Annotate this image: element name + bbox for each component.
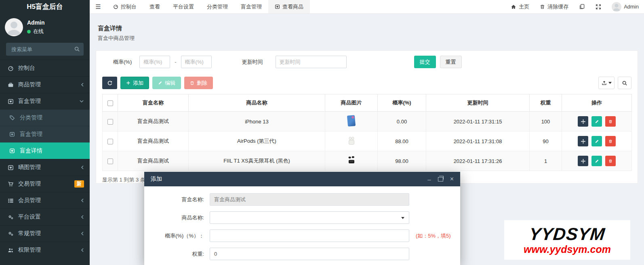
probability-min-input[interactable] — [139, 56, 170, 68]
box-heart-icon — [8, 148, 17, 154]
sidebar-subitem-blindbox[interactable]: 盲盒管理 — [0, 126, 90, 142]
nav-tab-dashboard[interactable]: 控制台 — [107, 0, 143, 13]
row-checkbox[interactable] — [107, 139, 113, 144]
nav-tab-label: 查看 — [149, 3, 160, 10]
weight-cell: 100 — [530, 112, 562, 131]
gauge-icon — [113, 4, 118, 9]
product-name-cell: FIIL T1 XS真无限耳机 (黑色) — [189, 151, 325, 171]
minimize-icon[interactable]: – — [427, 176, 431, 182]
column-header: 更新时间 — [426, 94, 530, 112]
edit-row-button[interactable] — [591, 136, 602, 146]
search-icon[interactable] — [74, 46, 80, 52]
delete-button[interactable]: 删除 — [184, 77, 213, 89]
move-row-button[interactable] — [578, 136, 588, 146]
nav-tab-view-goods[interactable]: 查看商品 — [268, 0, 310, 13]
sidebar-item-label: 盲盒详情 — [20, 147, 42, 154]
update-time-cell: 2022-01-11 17:31:26 — [426, 151, 530, 171]
fullscreen-button[interactable] — [590, 0, 606, 13]
caret-down-icon — [608, 82, 612, 84]
product-select[interactable] — [210, 211, 409, 224]
weight-field[interactable] — [210, 248, 409, 260]
search-icon — [622, 80, 627, 86]
update-time-input[interactable] — [276, 56, 347, 68]
nav-tab-view[interactable]: 查看 — [143, 0, 166, 13]
dialog-header[interactable]: 添加 – × — [144, 172, 460, 186]
probability-max-input[interactable] — [181, 56, 212, 68]
sidebar-subitem-category[interactable]: 分类管理 — [0, 109, 90, 126]
product-name-cell: iPhone 13 — [189, 112, 325, 131]
sidebar-item-label: 常规管理 — [18, 230, 41, 237]
user-avatar — [5, 18, 23, 36]
sidebar-item-platform-settings[interactable]: 平台设置 — [0, 209, 90, 225]
box-heart-icon — [6, 165, 15, 171]
docs-button[interactable] — [574, 0, 590, 13]
menu-search-input[interactable] — [6, 43, 84, 56]
column-header: 概率(%) — [378, 94, 426, 112]
navbar-avatar — [612, 2, 621, 12]
navbar-user[interactable]: Admin — [606, 0, 644, 13]
row-checkbox[interactable] — [107, 119, 113, 125]
add-dialog: 添加 – × 盲盒名称: 商品名称: 概率(%)（%）： (如：5%，填5 — [144, 172, 460, 265]
reset-button[interactable]: 重置 — [440, 56, 462, 68]
refresh-button[interactable] — [102, 77, 117, 89]
sidebar-subitem-blindbox-detail[interactable]: 盲盒详情 — [0, 142, 90, 159]
move-row-button[interactable] — [578, 116, 588, 127]
box-name-cell: 盲盒商品测试 — [118, 151, 189, 171]
nav-tab-label: 平台设置 — [173, 3, 194, 10]
sidebar-item-blindbox[interactable]: 盲盒管理 — [0, 93, 90, 109]
box-name-cell: 盲盒商品测试 — [118, 131, 189, 151]
user-name: Admin — [27, 19, 45, 26]
iphone-13-thumbnail[interactable] — [347, 115, 355, 126]
move-row-button[interactable] — [578, 156, 588, 166]
edit-row-button[interactable] — [591, 156, 602, 166]
submit-button[interactable]: 提交 — [414, 56, 436, 68]
nav-tab-platform[interactable]: 平台设置 — [166, 0, 200, 13]
plus-icon — [126, 81, 130, 85]
delete-row-button[interactable] — [605, 136, 616, 146]
box-name-field — [210, 193, 409, 206]
sidebar-item-goods[interactable]: 商品管理 — [0, 76, 90, 93]
airpods-thumbnail[interactable] — [347, 136, 356, 146]
row-checkbox[interactable] — [107, 159, 113, 164]
app-root: H5盲盒后台 Admin 在线 控制台 — [0, 0, 644, 265]
sidebar-item-general[interactable]: 常规管理 — [0, 225, 90, 242]
weight-cell: 90 — [530, 131, 562, 151]
sidebar-item-dashboard[interactable]: 控制台 — [0, 60, 90, 76]
form-row: 盲盒名称: — [152, 193, 452, 206]
hamburger-icon[interactable]: ☰ — [90, 0, 107, 13]
update-time-cell: 2022-01-11 17:31:08 — [426, 131, 530, 151]
probability-filter-label: 概率(%) — [113, 58, 132, 66]
nav-tab-blindbox[interactable]: 盲盒管理 — [234, 0, 268, 13]
sidebar-item-members[interactable]: 会员管理 — [0, 192, 90, 209]
maximize-icon[interactable] — [438, 177, 443, 182]
edit-button[interactable]: 编辑 — [152, 77, 181, 89]
nav-tab-category[interactable]: 分类管理 — [200, 0, 234, 13]
table-search-button[interactable] — [618, 77, 631, 89]
trash-icon — [190, 81, 194, 86]
add-button[interactable]: 添加 — [120, 77, 149, 89]
fiil-earbuds-thumbnail[interactable] — [346, 155, 357, 166]
column-header: 盲盒名称 — [118, 94, 189, 112]
range-dash: - — [175, 59, 176, 65]
top-navbar: ☰ 控制台 查看 平台设置 分类管理 盲盒管理 查看商品 主页 清除缓存 — [90, 0, 644, 14]
sidebar-item-photos[interactable]: 晒图管理 — [0, 159, 90, 175]
cart-icon — [6, 181, 15, 187]
sidebar-item-trade[interactable]: 交易管理 新 — [0, 175, 90, 192]
home-icon — [511, 4, 516, 10]
product-name-label: 商品名称: — [152, 214, 210, 221]
close-icon[interactable]: × — [450, 176, 454, 182]
delete-row-button[interactable] — [605, 156, 616, 166]
nav-tab-label: 盲盒管理 — [241, 3, 262, 10]
sidebar-item-permissions[interactable]: 权限管理 — [0, 242, 90, 258]
column-header: 权重 — [530, 94, 562, 112]
online-status-icon — [27, 30, 31, 33]
submit-label: 提交 — [420, 58, 430, 66]
select-all-checkbox[interactable] — [107, 100, 113, 106]
home-button[interactable]: 主页 — [505, 0, 535, 13]
probability-field[interactable] — [210, 230, 409, 242]
delete-row-button[interactable] — [605, 116, 616, 127]
edit-row-button[interactable] — [591, 116, 602, 127]
clear-cache-button[interactable]: 清除缓存 — [535, 0, 574, 13]
sidebar-item-label: 盲盒管理 — [20, 131, 42, 138]
export-button[interactable] — [598, 77, 615, 89]
